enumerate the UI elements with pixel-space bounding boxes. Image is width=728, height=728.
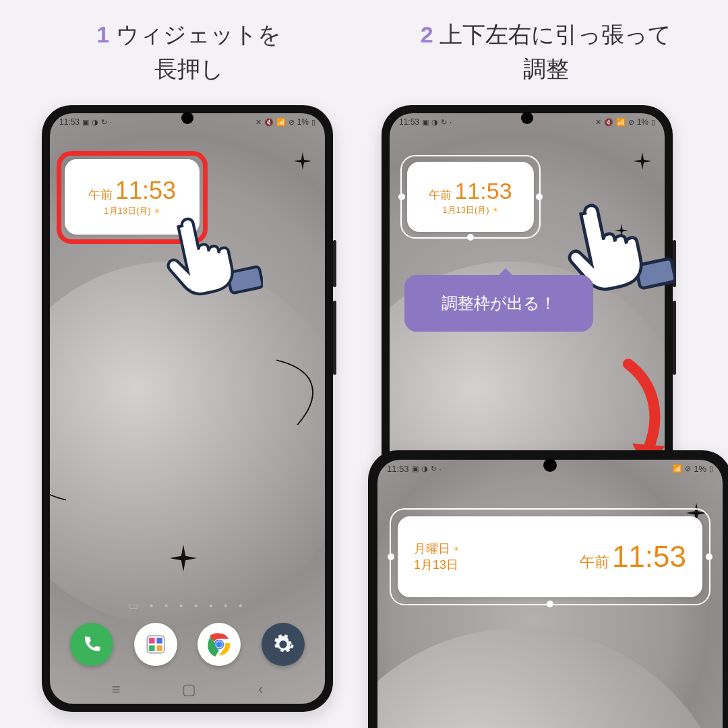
long-press-hand-icon [148, 197, 263, 311]
step2-title: 2 上下左右に引っ張って調整 [377, 18, 715, 86]
resize-handle-bottom[interactable] [467, 234, 474, 241]
camera-notch [543, 458, 557, 472]
sparkle-icon [294, 152, 311, 170]
page-indicator: ▭ • • • • • • • [50, 599, 325, 612]
nav-back-icon[interactable]: ‹ [258, 681, 263, 698]
callout-text: 調整枠が出る！ [442, 294, 556, 312]
resize-handle-right[interactable] [706, 553, 712, 560]
svg-rect-3 [149, 645, 155, 651]
phone3-screen[interactable]: 11:53 ▣ ◑ ↻ · 📶 ⊘ 1% ▯ 月曜日☀ 1月13日 午前11:5… [377, 460, 723, 728]
chrome-app-icon[interactable] [198, 623, 241, 666]
step1-text: ウィジェットを長押し [116, 22, 281, 82]
phone-step1: 11:53 ▣ ◑ ↻ · ✕ 🔇 📶 ⊘ 1% ▯ 午前11:53 1月13日… [42, 105, 333, 712]
resize-handle-right[interactable] [536, 193, 543, 200]
nav-recent-icon[interactable]: ≡ [112, 681, 121, 698]
resize-handle-left[interactable] [388, 553, 394, 560]
step2-text: 上下左右に引っ張って調整 [439, 22, 671, 82]
resize-handle-bottom[interactable] [547, 601, 553, 607]
sparkle-icon [634, 152, 651, 170]
step1-title: 1 ウィジェットを長押し [54, 18, 324, 86]
phone-app-icon[interactable] [70, 623, 113, 666]
resize-handle-left[interactable] [398, 193, 405, 200]
camera-notch [521, 112, 533, 124]
svg-rect-4 [156, 645, 162, 651]
nav-home-icon[interactable]: ▢ [182, 681, 196, 698]
svg-rect-1 [149, 638, 155, 644]
gallery-app-icon[interactable] [134, 623, 177, 666]
dock [50, 623, 325, 666]
step1-number: 1 [96, 22, 109, 47]
resize-frame[interactable] [390, 508, 710, 605]
svg-point-8 [216, 641, 222, 647]
resize-frame[interactable] [400, 155, 541, 239]
nav-bar: ≡ ▢ ‹ [50, 681, 325, 698]
phone-result: 11:53 ▣ ◑ ↻ · 📶 ⊘ 1% ▯ 月曜日☀ 1月13日 午前11:5… [368, 450, 728, 728]
settings-app-icon[interactable] [262, 623, 305, 666]
callout-bubble: 調整枠が出る！ [404, 275, 593, 332]
camera-notch [181, 112, 193, 124]
svg-rect-2 [156, 638, 162, 644]
step2-number: 2 [421, 22, 433, 47]
